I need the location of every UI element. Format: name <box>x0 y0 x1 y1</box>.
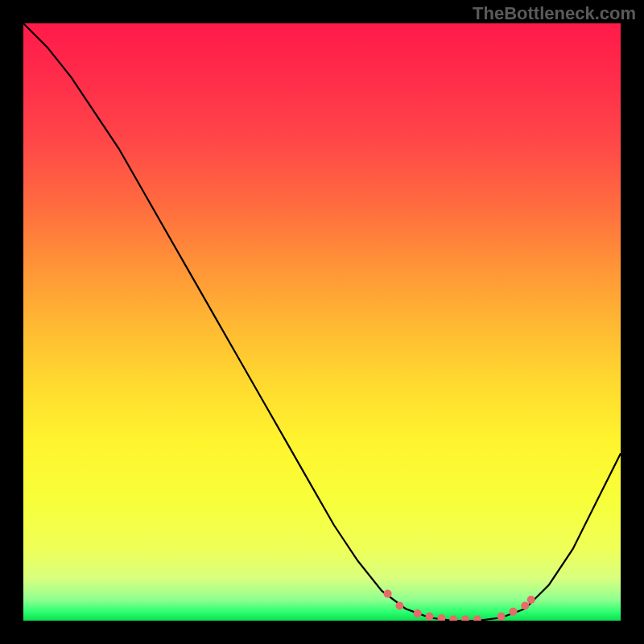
plot-area <box>23 23 621 621</box>
chart-marker <box>527 596 535 604</box>
chart-marker <box>497 613 506 621</box>
chart-marker <box>395 601 403 609</box>
chart-container: TheBottleneck.com <box>0 0 644 644</box>
chart-marker <box>414 609 422 617</box>
watermark-text: TheBottleneck.com <box>473 3 636 24</box>
chart-marker <box>384 590 392 598</box>
chart-marker <box>509 608 517 616</box>
chart-marker <box>521 601 529 609</box>
chart-svg <box>23 23 621 621</box>
chart-marker <box>426 613 434 621</box>
chart-background <box>23 23 621 621</box>
